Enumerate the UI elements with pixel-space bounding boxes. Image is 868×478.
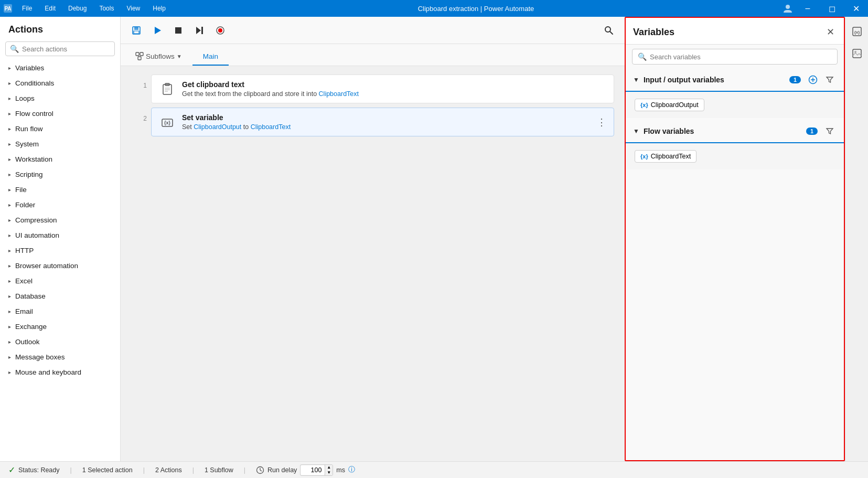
actions-search-box[interactable]: 🔍 bbox=[5, 41, 115, 56]
clipboard-output-link[interactable]: ClipboardOutput bbox=[194, 123, 241, 131]
side-images-button[interactable] bbox=[848, 44, 866, 63]
info-icon[interactable]: ⓘ bbox=[348, 465, 355, 474]
filter-flow-button[interactable] bbox=[823, 124, 837, 138]
save-button[interactable] bbox=[127, 21, 146, 40]
action-item-compression[interactable]: ▸Compression bbox=[0, 213, 120, 228]
menu-help[interactable]: Help bbox=[146, 0, 172, 17]
variables-search-icon: 🔍 bbox=[638, 52, 647, 61]
chevron-icon: ▸ bbox=[8, 126, 11, 132]
maximize-button[interactable]: ◻ bbox=[820, 0, 844, 17]
side-variables-button[interactable]: {x} bbox=[848, 22, 866, 41]
flow-canvas: 1 Get clipboard text Get the text from t… bbox=[121, 66, 625, 461]
clipboard-text-chip[interactable]: {x} ClipboardText bbox=[635, 150, 696, 163]
clipboard-text-link-2[interactable]: ClipboardText bbox=[251, 123, 291, 131]
action-item-runflow[interactable]: ▸Run flow bbox=[0, 121, 120, 136]
chevron-icon: ▸ bbox=[8, 217, 11, 223]
action-item-outlook[interactable]: ▸Outlook bbox=[0, 334, 120, 349]
variables-search-box[interactable]: 🔍 bbox=[632, 49, 838, 65]
step-card-1[interactable]: Get clipboard text Get the text from the… bbox=[151, 75, 614, 103]
canvas-search-button[interactable] bbox=[599, 21, 618, 40]
action-item-messageboxes[interactable]: ▸Message boxes bbox=[0, 349, 120, 365]
input-output-section-header[interactable]: ▼ Input / output variables 1 bbox=[626, 69, 844, 92]
stop-button[interactable] bbox=[169, 21, 188, 40]
action-item-excel[interactable]: ▸Excel bbox=[0, 273, 120, 289]
chevron-icon: ▸ bbox=[8, 141, 11, 147]
chevron-icon: ▸ bbox=[8, 339, 11, 345]
action-item-http[interactable]: ▸HTTP bbox=[0, 243, 120, 258]
action-item-system[interactable]: ▸System bbox=[0, 136, 120, 152]
action-item-variables[interactable]: ▸Variables bbox=[0, 60, 120, 76]
toolbar bbox=[121, 17, 625, 44]
search-actions-input[interactable] bbox=[22, 45, 110, 53]
chevron-icon: ▸ bbox=[8, 324, 11, 330]
action-item-flowcontrol[interactable]: ▸Flow control bbox=[0, 106, 120, 121]
chevron-icon: ▸ bbox=[8, 111, 11, 116]
flow-variables-section-header[interactable]: ▼ Flow variables 1 bbox=[626, 120, 844, 143]
svg-text:{x}: {x} bbox=[854, 30, 860, 35]
tab-main[interactable]: Main bbox=[192, 48, 229, 66]
action-item-browser[interactable]: ▸Browser automation bbox=[0, 258, 120, 273]
delay-down-button[interactable]: ▼ bbox=[325, 470, 333, 475]
chevron-icon: ▸ bbox=[8, 278, 11, 284]
search-variables-input[interactable] bbox=[650, 53, 832, 61]
io-section-chevron-icon: ▼ bbox=[633, 76, 639, 83]
step-button[interactable] bbox=[190, 21, 209, 40]
clipboard-icon bbox=[159, 81, 176, 98]
chevron-icon: ▸ bbox=[8, 156, 11, 162]
main-container: Actions 🔍 ▸Variables ▸Conditionals ▸Loop… bbox=[0, 17, 868, 461]
variable-icon: {x} bbox=[159, 114, 176, 131]
action-item-database[interactable]: ▸Database bbox=[0, 289, 120, 304]
action-item-conditionals[interactable]: ▸Conditionals bbox=[0, 76, 120, 91]
run-button[interactable] bbox=[148, 21, 167, 40]
step-title-2: Set variable bbox=[182, 113, 606, 122]
actions-title: Actions bbox=[0, 17, 120, 39]
step-desc-2: Set ClipboardOutput to ClipboardText bbox=[182, 123, 606, 131]
step-more-button[interactable]: ⋮ bbox=[595, 114, 608, 130]
action-item-workstation[interactable]: ▸Workstation bbox=[0, 152, 120, 167]
action-item-loops[interactable]: ▸Loops bbox=[0, 91, 120, 106]
menu-tools[interactable]: Tools bbox=[93, 0, 120, 17]
run-delay-unit: ms bbox=[336, 466, 345, 474]
io-section-actions bbox=[806, 73, 837, 87]
menu-file[interactable]: File bbox=[16, 0, 38, 17]
filter-io-button[interactable] bbox=[823, 73, 837, 87]
step-card-2[interactable]: {x} Set variable Set ClipboardOutput to … bbox=[151, 108, 614, 136]
flow-section-count: 1 bbox=[806, 128, 818, 135]
step-content-2: Set variable Set ClipboardOutput to Clip… bbox=[182, 113, 606, 131]
svg-rect-5 bbox=[134, 31, 139, 34]
svg-text:PA: PA bbox=[4, 6, 11, 12]
flow-section-chevron-icon: ▼ bbox=[633, 128, 639, 135]
run-delay-input[interactable] bbox=[301, 465, 325, 475]
menu-view[interactable]: View bbox=[120, 0, 146, 17]
user-icon[interactable] bbox=[780, 0, 796, 17]
menu-debug[interactable]: Debug bbox=[62, 0, 93, 17]
app-icon: PA bbox=[0, 0, 16, 17]
add-variable-button[interactable] bbox=[806, 73, 820, 87]
svg-rect-7 bbox=[175, 27, 181, 34]
action-item-uiautomation[interactable]: ▸UI automation bbox=[0, 228, 120, 243]
variables-close-button[interactable]: ✕ bbox=[824, 24, 837, 40]
action-item-file[interactable]: ▸File bbox=[0, 182, 120, 197]
clipboard-text-link-1[interactable]: ClipboardText bbox=[319, 90, 359, 98]
chevron-icon: ▸ bbox=[8, 263, 11, 269]
action-item-scripting[interactable]: ▸Scripting bbox=[0, 167, 120, 182]
action-item-email[interactable]: ▸Email bbox=[0, 304, 120, 319]
center-area: Subflows ▼ Main 1 Get clipboard bbox=[121, 17, 625, 461]
flow-step-2: 2 {x} Set variable Set ClipboardOutput t… bbox=[131, 108, 614, 136]
record-button[interactable] bbox=[211, 21, 230, 40]
var-chip-icon2: {x} bbox=[640, 153, 648, 160]
delay-up-button[interactable]: ▲ bbox=[325, 465, 333, 470]
clipboard-output-chip[interactable]: {x} ClipboardOutput bbox=[635, 99, 704, 111]
clipboard-output-label: ClipboardOutput bbox=[651, 101, 699, 109]
menu-edit[interactable]: Edit bbox=[38, 0, 62, 17]
flow-section-actions bbox=[823, 124, 837, 138]
action-item-exchange[interactable]: ▸Exchange bbox=[0, 319, 120, 334]
var-chip-icon: {x} bbox=[640, 102, 648, 108]
action-item-mouse[interactable]: ▸Mouse and keyboard bbox=[0, 365, 120, 380]
chevron-icon: ▸ bbox=[8, 172, 11, 177]
minimize-button[interactable]: – bbox=[796, 0, 820, 17]
tab-subflows[interactable]: Subflows ▼ bbox=[125, 48, 192, 66]
action-item-folder[interactable]: ▸Folder bbox=[0, 197, 120, 213]
status-ready: ✓ Status: Ready bbox=[8, 465, 60, 475]
close-button[interactable]: ✕ bbox=[844, 0, 868, 17]
